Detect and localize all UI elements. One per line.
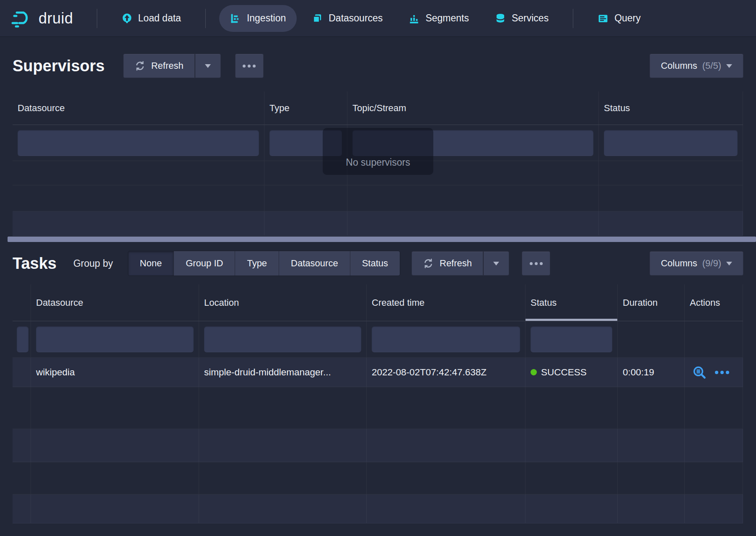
druid-logo[interactable]: druid [11, 8, 73, 29]
nav-segments[interactable]: Segments [398, 5, 480, 32]
nav-query-label: Query [614, 13, 641, 24]
nav-divider [205, 9, 206, 28]
filter-location-input[interactable] [204, 326, 361, 352]
supervisors-refresh-dropdown[interactable] [195, 54, 221, 78]
empty-row [13, 185, 743, 211]
more-icon [530, 262, 533, 265]
header-duration[interactable]: Duration [617, 284, 684, 321]
header-datasource[interactable]: Datasource [13, 91, 264, 125]
no-supervisors-overlay: No supervisors [323, 128, 433, 175]
chevron-down-icon [205, 64, 211, 68]
druid-console: druid Load data [0, 0, 756, 536]
filter-clipped-input[interactable] [17, 326, 28, 352]
tasks-refresh-dropdown[interactable] [483, 251, 509, 276]
cell-duration: 0:00:19 [617, 358, 684, 387]
columns-count: (9/9) [702, 258, 721, 269]
refresh-icon [135, 60, 145, 71]
columns-count: (5/5) [702, 60, 721, 71]
nav-load-data-label: Load data [138, 13, 181, 24]
nav-datasources[interactable]: Datasources [301, 5, 394, 32]
tasks-table: Datasource Location Created time Status … [13, 284, 743, 523]
sort-indicator [526, 319, 617, 321]
nav-ingestion[interactable]: Ingestion [219, 5, 297, 32]
tasks-columns-button[interactable]: Columns (9/9) [650, 251, 743, 276]
filter-datasource-input[interactable] [18, 130, 259, 156]
query-app-icon [598, 13, 608, 24]
tasks-filter-row [13, 321, 743, 358]
nav-load-data[interactable]: Load data [111, 5, 192, 32]
group-by-label: Group by [73, 258, 113, 269]
upload-icon [122, 13, 132, 24]
cell-datasource: wikipedia [31, 358, 199, 387]
filter-datasource-input[interactable] [36, 326, 194, 352]
nav-ingestion-label: Ingestion [247, 13, 286, 24]
top-nav: druid Load data [0, 0, 756, 37]
magnify-details-icon[interactable] [692, 365, 707, 380]
refresh-label: Refresh [440, 258, 472, 269]
header-status-sorted[interactable]: Status [525, 284, 617, 321]
supervisors-header-row: Datasource Type Topic/Stream Status [13, 91, 743, 125]
brand-wordmark: druid [39, 10, 73, 27]
status-text: SUCCESS [541, 367, 587, 378]
header-topic-stream[interactable]: Topic/Stream [347, 91, 598, 125]
chevron-down-icon [726, 262, 732, 265]
group-by-none-button[interactable]: None [128, 251, 174, 276]
header-location[interactable]: Location [199, 284, 366, 321]
tasks-header-row: Datasource Location Created time Status … [13, 284, 743, 321]
segments-bars-icon [409, 13, 419, 24]
more-icon [243, 65, 246, 68]
cell-created-time: 2022-08-02T07:42:47.638Z [366, 358, 525, 387]
group-by-type-button[interactable]: Type [235, 251, 279, 276]
nav-services[interactable]: Services [484, 5, 559, 32]
druid-logo-icon [11, 8, 33, 29]
filter-created-time-input[interactable] [372, 326, 520, 352]
tasks-refresh-split: Refresh [412, 251, 509, 276]
header-created-time[interactable]: Created time [366, 284, 525, 321]
group-by-status-button[interactable]: Status [350, 251, 400, 276]
supervisors-title: Supervisors [13, 57, 105, 75]
nav-divider [573, 9, 573, 28]
more-actions-icon[interactable] [715, 371, 729, 374]
supervisors-refresh-split: Refresh [123, 54, 221, 78]
chevron-down-icon [493, 262, 499, 265]
chevron-down-icon [726, 64, 732, 68]
task-row-wikipedia[interactable]: wikipedia simple-druid-middlemanager... … [13, 358, 743, 387]
nav-segments-label: Segments [425, 13, 469, 24]
group-by-group-id-button[interactable]: Group ID [173, 251, 235, 276]
empty-row [13, 494, 743, 523]
refresh-label: Refresh [151, 60, 184, 71]
nav-divider [97, 9, 97, 28]
header-type[interactable]: Type [264, 91, 347, 125]
cell-actions [684, 358, 743, 387]
filter-status-input[interactable] [531, 326, 612, 352]
header-status[interactable]: Status [598, 91, 743, 125]
empty-row [13, 387, 743, 429]
tasks-title: Tasks [13, 255, 57, 273]
refresh-icon [423, 258, 434, 269]
supervisors-more-button[interactable] [235, 54, 264, 78]
tasks-refresh-button[interactable]: Refresh [412, 251, 483, 276]
cell-location: simple-druid-middlemanager... [199, 358, 366, 387]
group-by-button-group: None Group ID Type Datasource Status [128, 251, 400, 276]
datasources-layers-icon [312, 13, 323, 24]
nav-services-label: Services [512, 13, 549, 24]
no-supervisors-message: No supervisors [346, 157, 410, 168]
columns-label: Columns [661, 60, 697, 71]
columns-label: Columns [661, 258, 697, 269]
nav-datasources-label: Datasources [329, 13, 383, 24]
tasks-viewbar: Tasks Group by None Group ID Type Dataso… [13, 251, 743, 276]
filter-status-input[interactable] [604, 130, 738, 156]
group-by-datasource-button[interactable]: Datasource [279, 251, 350, 276]
tasks-more-button[interactable] [522, 251, 550, 276]
services-database-icon [495, 13, 506, 24]
supervisors-horizontal-scrollbar[interactable] [8, 237, 756, 242]
empty-row [13, 211, 743, 236]
supervisors-columns-button[interactable]: Columns (5/5) [650, 54, 743, 78]
supervisors-refresh-button[interactable]: Refresh [123, 54, 195, 78]
empty-row [13, 462, 743, 494]
header-datasource[interactable]: Datasource [31, 284, 199, 321]
header-actions[interactable]: Actions [684, 284, 743, 321]
success-status-dot [531, 369, 537, 375]
nav-query[interactable]: Query [587, 5, 652, 32]
supervisors-viewbar: Supervisors Refresh [13, 53, 743, 79]
